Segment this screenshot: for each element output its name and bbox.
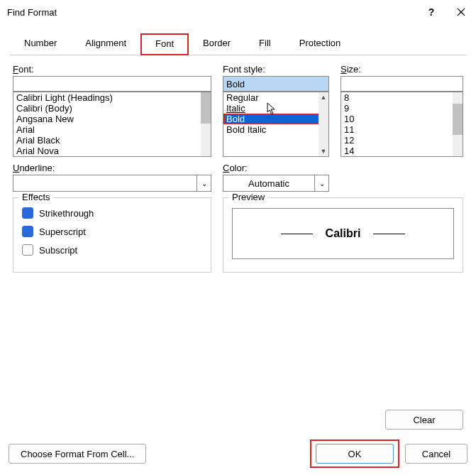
- effects-group: Effects Strikethrough Superscript Subscr…: [13, 197, 211, 273]
- tab-font[interactable]: Font: [140, 33, 189, 55]
- scrollbar[interactable]: [453, 92, 463, 156]
- list-item-selected[interactable]: Bold: [223, 114, 328, 124]
- ok-button[interactable]: OK: [316, 444, 394, 464]
- choose-format-button[interactable]: Choose Format From Cell...: [9, 444, 146, 464]
- font-listbox[interactable]: Calibri Light (Headings) Calibri (Body) …: [13, 92, 211, 157]
- checkbox-icon: [22, 207, 33, 219]
- preview-line: [281, 234, 313, 234]
- scroll-thumb[interactable]: [453, 104, 463, 135]
- underline-combo[interactable]: ⌄: [13, 175, 211, 192]
- help-button[interactable]: ?: [416, 0, 446, 24]
- checkbox-label: Subscript: [39, 245, 77, 256]
- tab-fill[interactable]: Fill: [245, 33, 285, 55]
- color-value: Automatic: [223, 178, 314, 189]
- scroll-down-icon[interactable]: ▼: [319, 146, 328, 156]
- preview-text: Calibri: [326, 227, 361, 240]
- chevron-down-icon[interactable]: ⌄: [314, 175, 328, 191]
- list-item[interactable]: 10: [341, 114, 463, 124]
- list-item[interactable]: 14: [341, 146, 463, 156]
- list-item[interactable]: Calibri (Body): [13, 103, 211, 114]
- size-label: Size:: [341, 64, 463, 75]
- tab-number[interactable]: Number: [10, 33, 71, 55]
- clear-button[interactable]: Clear: [385, 410, 463, 430]
- list-item[interactable]: Angsana New: [13, 114, 211, 124]
- checkbox-icon: [22, 226, 33, 237]
- size-input[interactable]: [341, 76, 463, 92]
- preview-legend: Preview: [229, 192, 267, 202]
- fontstyle-label: Font style:: [223, 64, 329, 75]
- list-item[interactable]: Regular: [223, 92, 328, 103]
- list-item[interactable]: 12: [341, 135, 463, 146]
- preview-group: Preview Calibri: [223, 197, 463, 273]
- title-bar: Find Format ?: [0, 0, 476, 24]
- color-combo[interactable]: Automatic ⌄: [223, 175, 329, 192]
- tab-alignment[interactable]: Alignment: [71, 33, 140, 55]
- list-item[interactable]: Arial: [13, 124, 211, 135]
- ok-highlight: OK: [311, 441, 398, 466]
- checkbox-icon: [22, 244, 33, 256]
- scroll-up-icon[interactable]: ▲: [319, 92, 328, 102]
- underline-label: Underline:: [13, 163, 211, 173]
- font-label: Font:: [13, 64, 211, 75]
- scrollbar[interactable]: [201, 92, 211, 156]
- list-item[interactable]: Bold Italic: [223, 124, 328, 135]
- list-item[interactable]: Arial Nova: [13, 146, 211, 156]
- fontstyle-listbox[interactable]: Regular Italic Bold Bold Italic ▲ ▼: [223, 92, 329, 157]
- window-title: Find Format: [7, 7, 416, 18]
- tab-bar: Number Alignment Font Border Fill Protec…: [10, 33, 466, 55]
- size-listbox[interactable]: 8 9 10 11 12 14: [341, 92, 463, 157]
- list-item[interactable]: 11: [341, 124, 463, 135]
- list-item[interactable]: Italic: [223, 103, 328, 114]
- checkbox-label: Strikethrough: [39, 208, 94, 219]
- chevron-down-icon[interactable]: ⌄: [197, 175, 211, 191]
- font-input[interactable]: [13, 76, 211, 92]
- preview-line: [373, 234, 405, 234]
- list-item[interactable]: Arial Black: [13, 135, 211, 146]
- superscript-checkbox[interactable]: Superscript: [22, 222, 202, 241]
- strikethrough-checkbox[interactable]: Strikethrough: [22, 204, 202, 222]
- close-button[interactable]: [446, 0, 476, 24]
- color-label: Color:: [223, 163, 329, 173]
- scroll-thumb[interactable]: [201, 92, 211, 124]
- tab-border[interactable]: Border: [189, 33, 245, 55]
- scrollbar[interactable]: ▲ ▼: [319, 92, 328, 156]
- tab-protection[interactable]: Protection: [285, 33, 355, 55]
- close-icon: [457, 8, 465, 16]
- preview-box: Calibri: [232, 208, 454, 259]
- effects-legend: Effects: [19, 192, 53, 202]
- subscript-checkbox[interactable]: Subscript: [22, 241, 202, 259]
- checkbox-label: Superscript: [39, 226, 86, 237]
- list-item[interactable]: Calibri Light (Headings): [13, 92, 211, 103]
- list-item[interactable]: 8: [341, 92, 463, 103]
- cancel-button[interactable]: Cancel: [405, 444, 467, 464]
- fontstyle-input[interactable]: [223, 76, 329, 92]
- list-item[interactable]: 9: [341, 103, 463, 114]
